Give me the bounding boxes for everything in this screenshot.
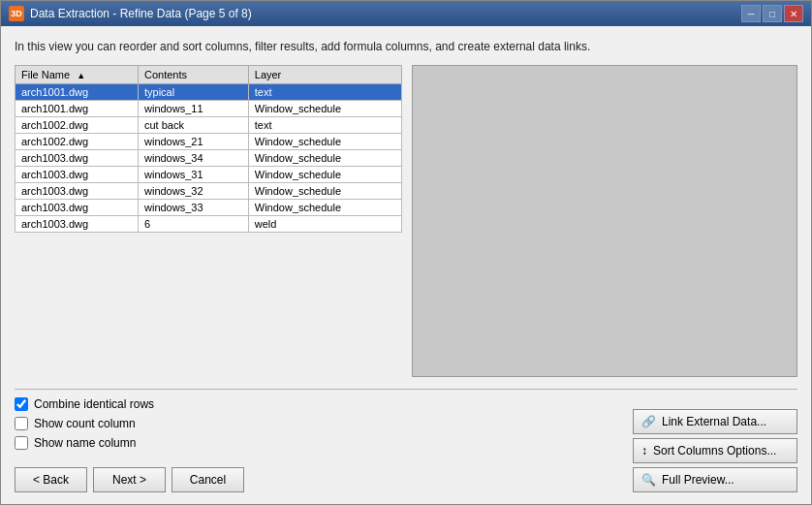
link-external-button[interactable]: 🔗 Link External Data... [633,409,797,434]
title-bar-left: 3D Data Extraction - Refine Data (Page 5… [9,6,252,21]
sort-columns-label: Sort Columns Options... [653,444,776,458]
cell-file: arch1003.dwg [16,216,139,233]
cell-contents: 6 [139,216,249,233]
table-row[interactable]: arch1003.dwgwindows_33Window_schedule [16,200,402,216]
cell-file: arch1001.dwg [16,84,139,101]
full-preview-label: Full Preview... [662,473,734,487]
footer-right-buttons: 🔗 Link External Data... ↕ Sort Columns O… [633,409,797,492]
cell-file: arch1003.dwg [16,150,139,167]
table-row[interactable]: arch1003.dwgwindows_32Window_schedule [16,183,402,200]
table-section: File Name ▲ Contents Layer arch1001.dwgt… [15,65,402,377]
cell-contents: windows_11 [139,101,249,117]
cell-layer: weld [248,216,401,233]
cell-file: arch1002.dwg [16,117,139,134]
col-header-layer[interactable]: Layer [248,66,401,84]
table-row[interactable]: arch1003.dwgwindows_34Window_schedule [16,150,402,167]
cell-file: arch1003.dwg [16,200,139,216]
data-table: File Name ▲ Contents Layer arch1001.dwgt… [15,65,402,233]
table-row[interactable]: arch1001.dwgtypicaltext [16,84,402,101]
cell-contents: typical [139,84,249,101]
cell-layer: Window_schedule [248,134,401,150]
sort-columns-icon: ↕ [641,444,647,458]
sort-columns-button[interactable]: ↕ Sort Columns Options... [633,438,797,463]
right-panel [412,65,797,377]
table-row[interactable]: arch1002.dwgcut backtext [16,117,402,134]
cell-layer: text [248,84,401,101]
link-external-icon: 🔗 [641,415,656,428]
close-button[interactable]: ✕ [784,5,803,22]
cell-contents: cut back [139,117,249,134]
maximize-button[interactable]: □ [763,5,782,22]
cell-layer: Window_schedule [248,200,401,216]
show-name-row[interactable]: Show name column [15,436,244,450]
full-preview-icon: 🔍 [641,473,656,487]
full-preview-button[interactable]: 🔍 Full Preview... [633,467,797,492]
title-bar: 3D Data Extraction - Refine Data (Page 5… [1,1,811,26]
main-window: 3D Data Extraction - Refine Data (Page 5… [0,0,812,505]
cell-file: arch1001.dwg [16,101,139,117]
cell-contents: windows_33 [139,200,249,216]
nav-buttons: < Back Next > Cancel [15,467,244,492]
col-header-contents[interactable]: Contents [139,66,249,84]
table-row[interactable]: arch1001.dwgwindows_11Window_schedule [16,101,402,117]
show-count-label: Show count column [34,417,136,430]
cell-layer: text [248,117,401,134]
checkboxes: Combine identical rows Show count column… [15,397,244,450]
cell-layer: Window_schedule [248,101,401,117]
combine-identical-row[interactable]: Combine identical rows [15,397,244,411]
app-icon: 3D [9,6,24,21]
sort-arrow-icon: ▲ [77,71,85,80]
table-row[interactable]: arch1002.dwgwindows_21Window_schedule [16,134,402,150]
cell-file: arch1002.dwg [16,134,139,150]
link-external-label: Link External Data... [662,415,766,428]
content-area: In this view you can reorder and sort co… [1,26,811,389]
combine-identical-label: Combine identical rows [34,397,154,411]
combine-identical-checkbox[interactable] [15,397,28,411]
main-area: File Name ▲ Contents Layer arch1001.dwgt… [15,65,797,377]
col-header-filename[interactable]: File Name ▲ [16,66,139,84]
cancel-button[interactable]: Cancel [172,467,244,492]
next-button[interactable]: Next > [93,467,166,492]
cell-file: arch1003.dwg [16,167,139,183]
footer: Combine identical rows Show count column… [1,390,811,504]
back-button[interactable]: < Back [15,467,87,492]
table-row[interactable]: arch1003.dwgwindows_31Window_schedule [16,167,402,183]
table-row[interactable]: arch1003.dwg6weld [16,216,402,233]
description-text: In this view you can reorder and sort co… [15,38,797,55]
show-name-checkbox[interactable] [15,436,28,450]
cell-contents: windows_34 [139,150,249,167]
footer-left: Combine identical rows Show count column… [15,397,244,492]
cell-contents: windows_31 [139,167,249,183]
minimize-button[interactable]: ─ [741,5,761,22]
cell-contents: windows_32 [139,183,249,200]
show-count-checkbox[interactable] [15,417,28,430]
cell-contents: windows_21 [139,134,249,150]
cell-file: arch1003.dwg [16,183,139,200]
show-name-label: Show name column [34,436,136,450]
cell-layer: Window_schedule [248,167,401,183]
show-count-row[interactable]: Show count column [15,417,244,430]
title-controls: ─ □ ✕ [741,5,803,22]
cell-layer: Window_schedule [248,183,401,200]
window-title: Data Extraction - Refine Data (Page 5 of… [30,7,252,20]
cell-layer: Window_schedule [248,150,401,167]
